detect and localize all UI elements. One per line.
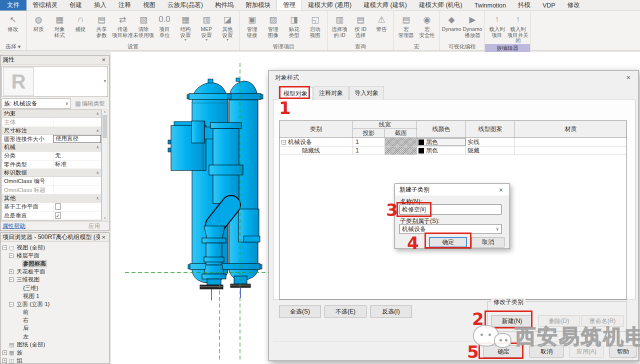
property-group-7[interactable]: 标识数据∧ (2, 169, 101, 177)
browser-item-3[interactable]: +天花板平面 (0, 268, 109, 276)
browser-item-1[interactable]: −楼层平面 (0, 252, 109, 260)
ribbon-tab-3[interactable]: 注释 (112, 0, 137, 10)
manage-links-button[interactable]: ▣管理 链接 (242, 12, 262, 42)
browser-item-0[interactable]: −▢视图 (全部) (0, 244, 109, 252)
ribbon-tab-13[interactable]: 抖模 (512, 0, 536, 10)
browser-item-11[interactable]: 左 (0, 332, 109, 340)
ribbon-tab-14[interactable]: VDP (536, 0, 562, 10)
starting-view-button[interactable]: ◱启动 视图 (304, 12, 326, 42)
macro-security-button[interactable]: ◉宏 安全性 (416, 12, 438, 42)
expander-minus-icon[interactable]: − (9, 302, 14, 306)
column-header-line-pattern[interactable]: 线型图案 (466, 121, 515, 138)
ribbon-tab-9[interactable]: 建模大师 (通用) (302, 0, 358, 10)
browser-item-13[interactable]: +▦族 (0, 348, 109, 356)
ribbon-tab-7[interactable]: 附加模块 (240, 0, 276, 10)
warnings-button[interactable]: ⚠警告 (371, 12, 392, 42)
browser-item-2[interactable]: 参照标高 (0, 260, 109, 268)
browser-item-7[interactable]: −立面 (立面 1) (0, 300, 109, 308)
expander-minus-icon[interactable]: − (282, 140, 286, 144)
ribbon-tab-11[interactable]: 建模大师 (机电) (413, 0, 468, 10)
apply-button[interactable]: 应用(A) (570, 346, 604, 358)
expander-plus-icon[interactable]: + (2, 358, 7, 363)
column-header-cut[interactable]: 截面 (385, 129, 417, 138)
ribbon-tab-5[interactable]: 云族库(品茗) (162, 0, 209, 10)
ribbon-tab-12[interactable]: Twinmotion (468, 0, 512, 10)
column-header-material[interactable]: 材质 (515, 121, 626, 138)
ribbon-tab-15[interactable]: 修改 (562, 0, 586, 10)
select-by-id-button[interactable]: ▤按 ID 选择 (350, 12, 371, 42)
ribbon-tab-6[interactable]: 构件坞 (209, 0, 240, 10)
column-header-projection[interactable]: 投影 (353, 129, 385, 138)
manage-images-button[interactable]: ▨管理 图像 (262, 12, 284, 42)
type-selector[interactable]: R ▾ (2, 66, 108, 97)
close-icon[interactable]: × (497, 186, 505, 194)
checkbox-checked[interactable]: ✓ (55, 212, 61, 218)
browser-item-6[interactable]: 视图 1 (0, 292, 109, 300)
expander-minus-icon[interactable]: − (2, 246, 7, 250)
object-styles-button[interactable]: ▦对象 样式 (49, 12, 70, 42)
decal-types-button[interactable]: ◨贴花 类型 (284, 12, 304, 42)
delete-subcategory-button[interactable]: 删除(D) (538, 315, 580, 327)
column-header-category[interactable]: 类别 (280, 121, 353, 138)
materials-button[interactable]: ◍材质 (28, 12, 49, 42)
browser-item-5[interactable]: {三维} (0, 284, 109, 292)
dynamo-button[interactable]: ◆Dynamo (441, 12, 462, 42)
checkbox-unchecked[interactable] (55, 204, 61, 210)
properties-scrollbar[interactable]: ∧ ∨ (102, 110, 108, 220)
rename-subcategory-button[interactable]: 重命名(R) (582, 315, 624, 327)
browser-item-9[interactable]: 右 (0, 316, 109, 324)
column-header-line-weight[interactable]: 线宽 (353, 121, 417, 129)
resize-grip[interactable]: ⋰ (632, 354, 637, 359)
close-icon[interactable]: × (624, 74, 632, 82)
load-into-project-and-close-button[interactable]: ↑载入到 项目并关闭 (508, 12, 528, 44)
ribbon-tab-1[interactable]: 创建 (64, 0, 88, 10)
ribbon-tab-8[interactable]: 管理 (276, 0, 302, 10)
ribbon-tab-0[interactable]: 管综精灵 (26, 0, 64, 10)
family-filter-combo[interactable]: 族: 机械设备 ∨ (2, 98, 71, 108)
ribbon-tab-2[interactable]: 插入 (88, 0, 112, 10)
edit-type-button[interactable]: ▦ 编辑类型 (72, 98, 108, 108)
select-all-button[interactable]: 全选(S) (279, 306, 321, 318)
close-icon[interactable]: × (100, 56, 107, 64)
property-group-0[interactable]: 约束∧ (2, 110, 101, 118)
expander-plus-icon[interactable]: + (2, 350, 7, 355)
scroll-down-icon[interactable]: ∨ (104, 216, 106, 220)
additional-settings-button[interactable]: ◪其他 设置▾ (217, 12, 238, 42)
select-none-button[interactable]: 不选(E) (324, 306, 366, 318)
browser-item-12[interactable]: ▤图纸 (全部) (0, 340, 109, 348)
ribbon-tab-10[interactable]: 建模大师 (建筑) (358, 0, 413, 10)
dynamo-player-button[interactable]: ▶Dynamo 播放器 (462, 12, 483, 42)
column-header-line-color[interactable]: 线颜色 (417, 121, 466, 138)
ribbon-tab-4[interactable]: 视图 (137, 0, 162, 10)
load-into-project-button[interactable]: ↑载入到 项目 (486, 12, 508, 44)
close-icon[interactable]: × (100, 234, 107, 241)
browser-item-10[interactable]: 后 (0, 324, 109, 332)
browser-item-14[interactable]: +◫组 (0, 357, 109, 364)
property-group-2[interactable]: 尺寸标注∧ (2, 127, 101, 135)
property-group-4[interactable]: 机械∧ (2, 144, 101, 152)
ids-of-selection-button[interactable]: ▥选择项 的 ID (329, 12, 350, 42)
properties-help-link[interactable]: 属性帮助 (2, 222, 82, 230)
expander-minus-icon[interactable]: − (9, 254, 14, 258)
structural-settings-button[interactable]: ▦结构 设置▾ (175, 12, 196, 42)
dialog-tab-1[interactable]: 注释对象 (314, 86, 348, 100)
modify-button[interactable]: ↖修改 (2, 12, 24, 42)
shared-parameters-button[interactable]: ▤共享 参数 (91, 12, 112, 42)
project-units-button[interactable]: 0.0项目 单位 (154, 12, 175, 42)
purge-unused-button[interactable]: ▧清除 未使用项 (133, 12, 154, 42)
dropdown-arrow-icon[interactable]: ▾ (104, 78, 106, 84)
browser-item-4[interactable]: −三维视图 (0, 276, 109, 284)
expander-plus-icon[interactable]: + (9, 270, 14, 274)
browser-item-8[interactable]: 前 (0, 308, 109, 316)
expander-minus-icon[interactable]: − (9, 278, 14, 282)
cancel-button[interactable]: 取消 (530, 346, 564, 358)
transfer-project-standards-button[interactable]: ⇄传递 项目标准 (112, 12, 133, 42)
scroll-thumb[interactable] (102, 115, 107, 138)
object-style-row-0[interactable]: −机械设备1黑色实线 (280, 138, 626, 146)
subdialog-cancel-button[interactable]: 取消 (472, 237, 504, 248)
dialog-tab-2[interactable]: 导入对象 (349, 86, 384, 100)
apply-button[interactable]: 应用 (82, 222, 107, 230)
object-style-row-1[interactable]: 隐藏线1黑色隐藏 (280, 146, 626, 155)
scroll-up-icon[interactable]: ∧ (104, 110, 106, 114)
macro-manager-button[interactable]: ▤宏 管理器 (396, 12, 416, 42)
